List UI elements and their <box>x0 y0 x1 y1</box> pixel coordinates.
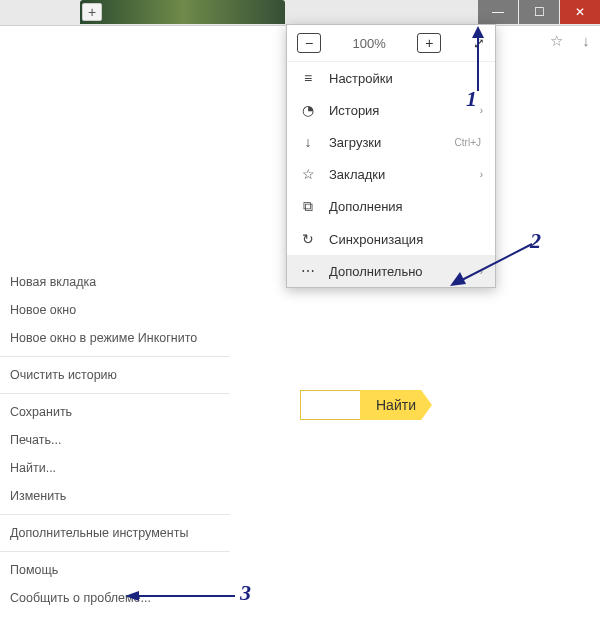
menu-label: История <box>329 103 379 118</box>
submenu-item-new-tab[interactable]: Новая вкладка <box>0 268 230 296</box>
submenu-item-extra-tools[interactable]: Дополнительные инструменты <box>0 519 230 547</box>
menu-item-downloads[interactable]: ↓ Загрузки Ctrl+J <box>287 126 495 158</box>
submenu-item-save[interactable]: Сохранить <box>0 398 230 426</box>
redaction <box>510 172 580 196</box>
redaction <box>520 130 575 160</box>
menu-item-history[interactable]: ◔ История › <box>287 94 495 126</box>
zoom-in-button[interactable]: + <box>417 33 441 53</box>
separator <box>0 393 230 394</box>
submenu-item-incognito[interactable]: Новое окно в режиме Инкогнито <box>0 324 230 352</box>
menu-label: Загрузки <box>329 135 381 150</box>
separator <box>0 514 230 515</box>
window-controls: — ☐ ✕ <box>478 0 600 24</box>
submenu-item-about[interactable]: О браузере Yandex <box>0 612 230 618</box>
menu-item-addons[interactable]: ⧉ Дополнения <box>287 190 495 223</box>
menu-item-settings[interactable]: ≡ Настройки <box>287 62 495 94</box>
download-icon: ↓ <box>299 134 317 150</box>
annotation-3: 3 <box>240 580 251 606</box>
redaction <box>520 58 580 84</box>
menu-item-bookmarks[interactable]: ☆ Закладки › <box>287 158 495 190</box>
settings-icon: ≡ <box>299 70 317 86</box>
zoom-row: − 100% + ⤢ <box>287 25 495 62</box>
addons-icon: ⧉ <box>299 198 317 215</box>
menu-label: Дополнения <box>329 199 403 214</box>
zoom-level: 100% <box>353 36 386 51</box>
star-icon: ☆ <box>299 166 317 182</box>
window-maximize-button[interactable]: ☐ <box>519 0 559 24</box>
history-icon: ◔ <box>299 102 317 118</box>
bookmark-star-icon[interactable]: ☆ <box>548 32 564 48</box>
active-tab[interactable] <box>80 0 285 24</box>
shortcut-text: Ctrl+J <box>455 137 481 148</box>
redaction <box>507 208 572 230</box>
toolbar-right: ☆ ↓ <box>548 32 594 48</box>
chevron-right-icon: › <box>480 105 483 116</box>
svg-marker-1 <box>472 26 484 38</box>
annotation-arrow-2 <box>450 240 540 290</box>
search-button[interactable]: Найти <box>360 390 432 420</box>
svg-line-2 <box>458 244 532 282</box>
submenu-more: Новая вкладка Новое окно Новое окно в ре… <box>0 268 230 618</box>
submenu-item-find[interactable]: Найти... <box>0 454 230 482</box>
chevron-right-icon: › <box>480 169 483 180</box>
downloads-icon[interactable]: ↓ <box>578 32 594 48</box>
menu-label: Закладки <box>329 167 385 182</box>
menu-label: Синхронизация <box>329 232 423 247</box>
annotation-arrow-3 <box>125 590 240 602</box>
sync-icon: ↻ <box>299 231 317 247</box>
submenu-item-print[interactable]: Печать... <box>0 426 230 454</box>
menu-label: Дополнительно <box>329 264 423 279</box>
search-area: Найти <box>300 390 432 420</box>
svg-marker-5 <box>125 591 139 601</box>
submenu-item-new-window[interactable]: Новое окно <box>0 296 230 324</box>
annotation-arrow-1 <box>470 26 490 96</box>
window-minimize-button[interactable]: — <box>478 0 518 24</box>
new-tab-button[interactable]: + <box>82 3 102 21</box>
separator <box>0 551 230 552</box>
submenu-item-clear-history[interactable]: Очистить историю <box>0 361 230 389</box>
zoom-out-button[interactable]: − <box>297 33 321 53</box>
menu-label: Настройки <box>329 71 393 86</box>
window-close-button[interactable]: ✕ <box>560 0 600 24</box>
search-input[interactable] <box>300 390 360 420</box>
submenu-item-edit[interactable]: Изменить <box>0 482 230 510</box>
submenu-item-help[interactable]: Помощь <box>0 556 230 584</box>
separator <box>0 356 230 357</box>
redaction <box>510 96 580 120</box>
more-icon: ⋯ <box>299 263 317 279</box>
